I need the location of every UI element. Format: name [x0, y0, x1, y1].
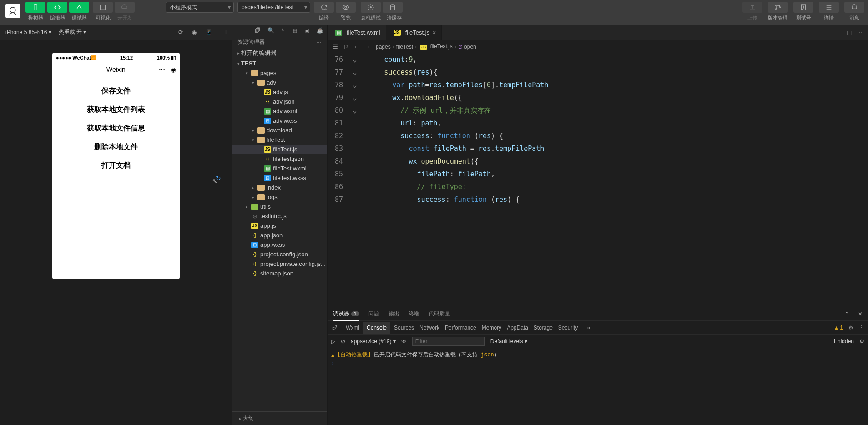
grid-icon[interactable]: ▦	[292, 27, 297, 34]
messages-button[interactable]	[844, 2, 864, 13]
editor-tab[interactable]: ▤fileTest.wxml	[328, 25, 386, 40]
mode-dropdown[interactable]: 小程序模式	[166, 2, 234, 13]
tree-item[interactable]: ▤adv.wxml	[232, 106, 327, 116]
visualize-button[interactable]	[93, 2, 113, 13]
tree-item[interactable]: ◎.eslintrc.js	[232, 211, 327, 221]
tree-item[interactable]: ⊟app.wxss	[232, 240, 327, 250]
tree-item[interactable]: ⊟adv.wxss	[232, 116, 327, 125]
eye-icon[interactable]: 👁	[401, 338, 407, 345]
editor-tab[interactable]: JSfileTest.js×	[386, 25, 442, 40]
tab-quality[interactable]: 代码质量	[429, 310, 450, 318]
upload-button[interactable]	[742, 2, 762, 13]
console-prompt-icon[interactable]: ›	[331, 360, 334, 367]
remote-debug-button[interactable]	[361, 2, 381, 13]
tree-item[interactable]: ▾fileTest	[232, 135, 327, 145]
compile-button[interactable]	[314, 2, 334, 13]
tree-item[interactable]: {}project.private.config.js...	[232, 259, 327, 269]
levels-selector[interactable]: Default levels ▾	[490, 338, 527, 345]
tree-item[interactable]: {}fileTest.json	[232, 154, 327, 164]
tree-item[interactable]: ▾pages	[232, 68, 327, 78]
devtools-tab-security[interactable]: Security	[556, 322, 580, 334]
chevron-up-icon[interactable]: ⌃	[844, 311, 849, 317]
more-icon[interactable]: ⋯	[316, 39, 322, 45]
tree-item[interactable]: ▸index	[232, 183, 327, 192]
phone-button[interactable]: 获取本地文件列表	[52, 100, 180, 119]
devtools-tab-console[interactable]: Console	[363, 322, 390, 334]
page-dropdown[interactable]: pages/fileTest/fileTest	[237, 2, 310, 13]
devtools-tab-sources[interactable]: Sources	[392, 322, 416, 334]
windows-icon[interactable]: ❐	[222, 29, 227, 35]
stop-icon[interactable]: ◉	[192, 29, 197, 35]
phone-button[interactable]: 打开文档	[52, 156, 180, 175]
cloud-button[interactable]	[115, 2, 135, 13]
back-icon[interactable]: ←	[354, 44, 359, 50]
devtools-tab-appdata[interactable]: AppData	[505, 322, 530, 334]
phone-button[interactable]: 保存文件	[52, 82, 180, 100]
hot-reload-toggle[interactable]: 热重载 开 ▾	[59, 28, 86, 36]
branch-icon[interactable]: ⑂	[282, 27, 285, 34]
preview-button[interactable]	[336, 2, 356, 13]
tree-item[interactable]: ▸utils	[232, 202, 327, 211]
console-filter-input[interactable]	[412, 337, 485, 346]
tree-item[interactable]: {}app.json	[232, 230, 327, 240]
list-icon[interactable]: ☰	[333, 44, 338, 50]
details-button[interactable]	[819, 2, 839, 13]
root-folder[interactable]: ▾TEST	[232, 59, 327, 68]
hidden-count[interactable]: 1 hidden	[833, 338, 854, 345]
devtools-tab-network[interactable]: Network	[418, 322, 441, 334]
tree-item[interactable]: ▾adv	[232, 78, 327, 87]
code-editor[interactable]: 767778798081828384858687 ⌄⌄⌄⌄⌄ count:9, …	[328, 53, 868, 307]
phone-button[interactable]: 删除本地文件	[52, 138, 180, 156]
tree-item[interactable]: {}project.config.json	[232, 250, 327, 259]
devtools-tab-performance[interactable]: Performance	[443, 322, 478, 334]
forward-icon[interactable]: →	[365, 44, 370, 50]
tree-item[interactable]: JSadv.js	[232, 87, 327, 97]
settings-icon[interactable]: ⚙	[848, 325, 853, 331]
play-icon[interactable]: ▷	[331, 338, 335, 345]
phone-button[interactable]: 获取本地文件信息	[52, 119, 180, 138]
gear-icon[interactable]: ⚙	[859, 338, 864, 345]
menu-icon[interactable]: ⋯	[159, 66, 165, 73]
clear-cache-button[interactable]	[383, 2, 403, 13]
simulator-button[interactable]	[25, 2, 45, 13]
tab-output[interactable]: 输出	[389, 310, 399, 318]
close-panel-icon[interactable]: ✕	[858, 311, 863, 317]
phone-icon[interactable]: 📱	[206, 29, 212, 35]
clear-console-icon[interactable]: ⊘	[341, 338, 345, 345]
warning-count[interactable]: ▲ 1	[833, 325, 843, 331]
devtools-tab-wxml[interactable]: Wxml	[344, 322, 361, 334]
tab-terminal[interactable]: 终端	[409, 310, 419, 318]
devtools-tab-storage[interactable]: Storage	[532, 322, 555, 334]
context-selector[interactable]: appservice (#19) ▾	[351, 338, 396, 345]
more-tabs-icon[interactable]: »	[587, 325, 590, 331]
tree-item[interactable]: {}sitemap.json	[232, 269, 327, 278]
tree-item[interactable]: ▸logs	[232, 192, 327, 202]
tab-problems[interactable]: 问题	[368, 310, 379, 318]
kebab-icon[interactable]: ⋮	[859, 325, 864, 331]
files-icon[interactable]: 🗐	[255, 27, 260, 34]
search-icon[interactable]: 🔍	[267, 27, 274, 34]
tree-item[interactable]: ▸download	[232, 125, 327, 135]
refresh-icon[interactable]: ⟳	[178, 29, 183, 35]
open-editors-section[interactable]: ▸打开的编辑器	[232, 48, 327, 59]
tab-debugger[interactable]: 调试器 1	[333, 310, 359, 321]
more-editor-icon[interactable]: ⋯	[857, 30, 863, 36]
device-selector[interactable]: iPhone 5 85% 16 ▾	[5, 29, 51, 35]
tree-item[interactable]: ⊟fileTest.wxss	[232, 173, 327, 183]
tree-item[interactable]: JSfileTest.js	[232, 145, 327, 154]
devtools-tab-memory[interactable]: Memory	[480, 322, 503, 334]
editor-button[interactable]	[47, 2, 67, 13]
debug-icon[interactable]: ▣	[304, 27, 309, 34]
inspect-icon[interactable]: ⮰	[331, 325, 337, 331]
debugger-button[interactable]	[69, 2, 89, 13]
coffee-icon[interactable]: ☕	[317, 27, 323, 34]
breadcrumb[interactable]: pages›fileTest›JS fileTest.js›⊙ open	[376, 43, 476, 50]
tree-item[interactable]: ▤fileTest.wxml	[232, 164, 327, 173]
split-editor-icon[interactable]: ◫	[847, 30, 852, 36]
outline-section[interactable]: ▸大纲	[232, 411, 327, 425]
testid-button[interactable]	[793, 2, 813, 13]
tree-item[interactable]: {}adv.json	[232, 97, 327, 106]
version-button[interactable]	[768, 2, 788, 13]
bookmark-icon[interactable]: ⚐	[343, 44, 348, 50]
target-icon[interactable]: ◉	[171, 66, 176, 73]
